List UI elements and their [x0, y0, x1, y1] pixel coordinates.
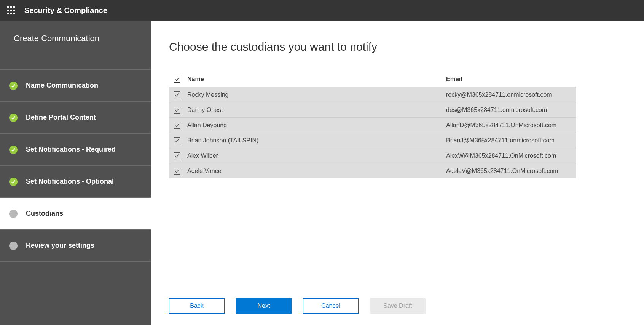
table-row[interactable]: Brian Johnson (TAILSPIN)BrianJ@M365x2847… [169, 133, 576, 148]
page-title: Choose the custodians you want to notify [169, 40, 626, 53]
cell-name: Danny Onest [187, 107, 446, 114]
wizard-step-label: Set Notifications - Required [26, 146, 116, 154]
cell-email: BrianJ@M365x284711.onmicrosoft.com [446, 137, 576, 144]
check-icon [175, 169, 179, 173]
column-header-email[interactable]: Email [446, 76, 576, 83]
cell-email: AllanD@M365x284711.OnMicrosoft.com [446, 122, 576, 129]
row-checkbox[interactable] [174, 152, 180, 159]
cell-name: Alex Wilber [187, 152, 446, 159]
wizard-step-label: Set Notifications - Optional [26, 178, 114, 186]
table-header: Name Email [169, 72, 576, 87]
table-row[interactable]: Adele VanceAdeleV@M365x284711.OnMicrosof… [169, 163, 576, 178]
cell-email: des@M365x284711.onmicrosoft.com [446, 107, 576, 114]
wizard-step[interactable]: Name Communication [0, 70, 151, 102]
back-button[interactable]: Back [169, 298, 225, 314]
check-icon [175, 93, 179, 97]
check-icon [175, 77, 179, 82]
check-icon [175, 138, 179, 143]
cell-name: Allan Deyoung [187, 122, 446, 129]
check-circle-icon [9, 146, 18, 154]
cell-email: rocky@M365x284711.onmicrosoft.com [446, 91, 576, 98]
check-icon [175, 154, 179, 158]
cell-name: Adele Vance [187, 168, 446, 175]
wizard-step[interactable]: Review your settings [0, 230, 151, 262]
wizard-sidebar: Create Communication Name CommunicationD… [0, 21, 151, 325]
table-row[interactable]: Alex WilberAlexW@M365x284711.OnMicrosoft… [169, 148, 576, 163]
table-row[interactable]: Allan DeyoungAllanD@M365x284711.OnMicros… [169, 117, 576, 133]
wizard-footer: Back Next Cancel Save Draft [169, 283, 626, 314]
row-checkbox[interactable] [174, 122, 180, 129]
wizard-step-label: Custodians [26, 210, 63, 218]
row-checkbox[interactable] [174, 137, 180, 144]
cell-name: Rocky Messing [187, 91, 446, 98]
app-launcher-icon[interactable] [5, 5, 17, 16]
step-circle-icon [9, 210, 18, 218]
app-header: Security & Compliance [0, 0, 644, 21]
cell-email: AlexW@M365x284711.OnMicrosoft.com [446, 152, 576, 159]
table-row[interactable]: Danny Onestdes@M365x284711.onmicrosoft.c… [169, 102, 576, 117]
column-header-name[interactable]: Name [187, 76, 446, 83]
check-circle-icon [9, 114, 18, 122]
row-checkbox[interactable] [174, 168, 180, 175]
wizard-step[interactable]: Custodians [0, 198, 151, 230]
step-circle-icon [9, 242, 18, 250]
row-checkbox[interactable] [174, 91, 180, 98]
wizard-step-label: Define Portal Content [26, 114, 96, 122]
select-all-checkbox[interactable] [174, 76, 180, 83]
wizard-step[interactable]: Set Notifications - Required [0, 134, 151, 166]
wizard-step[interactable]: Set Notifications - Optional [0, 166, 151, 198]
check-icon [175, 123, 179, 128]
custodian-table: Name Email Rocky Messingrocky@M365x28471… [169, 72, 576, 178]
wizard-step[interactable]: Define Portal Content [0, 102, 151, 134]
save-draft-button: Save Draft [370, 298, 426, 314]
cell-name: Brian Johnson (TAILSPIN) [187, 137, 446, 144]
cancel-button[interactable]: Cancel [303, 298, 359, 314]
wizard-step-label: Name Communication [26, 82, 98, 90]
wizard-step-label: Review your settings [26, 242, 94, 250]
app-title: Security & Compliance [24, 6, 107, 15]
check-circle-icon [9, 82, 18, 90]
main-panel: Choose the custodians you want to notify… [151, 21, 644, 325]
sidebar-title: Create Communication [0, 21, 151, 70]
row-checkbox[interactable] [174, 107, 180, 114]
cell-email: AdeleV@M365x284711.OnMicrosoft.com [446, 168, 576, 175]
next-button[interactable]: Next [236, 298, 292, 314]
check-icon [175, 108, 179, 112]
check-circle-icon [9, 178, 18, 186]
table-row[interactable]: Rocky Messingrocky@M365x284711.onmicroso… [169, 87, 576, 102]
